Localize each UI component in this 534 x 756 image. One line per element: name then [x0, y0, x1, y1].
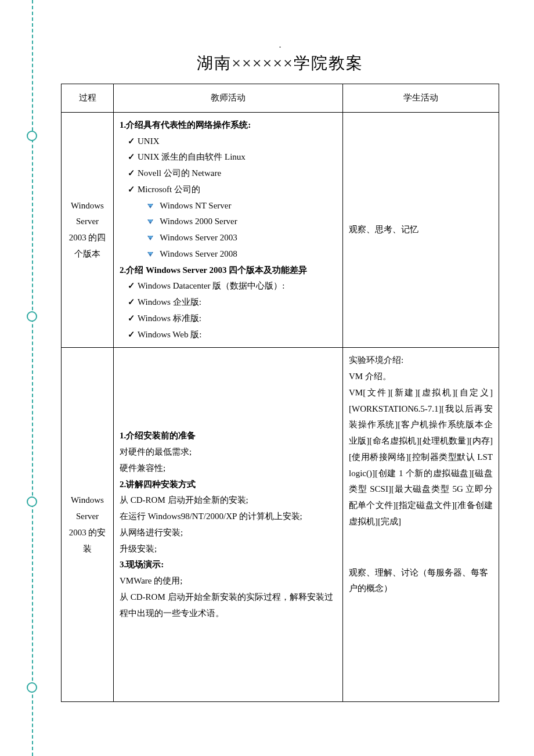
list-item: Windows Web 版:	[120, 327, 337, 343]
table-row: Windows Server 2003 的四个版本 1.介绍具有代表性的网络操作…	[62, 112, 499, 348]
section-heading: 2.介绍 Windows Server 2003 四个版本及功能差异	[120, 262, 337, 279]
teacher-activity-cell: 1.介绍安装前的准备 对硬件的最低需求; 硬件兼容性; 2.讲解四种安装方式 从…	[114, 348, 343, 702]
list-item: Windows Datacenter 版（数据中心版）:	[120, 278, 337, 294]
body-text: 对硬件的最低需求;	[120, 444, 337, 460]
arrow-down-icon	[147, 204, 153, 208]
teacher-activity-cell: 1.介绍具有代表性的网络操作系统: UNIX UNIX 派生的自由软件 Linu…	[114, 112, 343, 348]
body-text: 从 CD-ROM 启动开始全新的安装;	[120, 492, 337, 509]
body-text: 硬件兼容性;	[120, 460, 337, 477]
list-item: UNIX 派生的自由软件 Linux	[120, 149, 337, 165]
header-student: 学生活动	[343, 84, 499, 113]
arrow-down-icon	[147, 252, 153, 257]
sub-list-item: Windows NT Server	[120, 198, 337, 214]
binder-hole-icon	[27, 682, 37, 693]
arrow-down-icon	[147, 219, 153, 224]
body-text: VMWare 的使用;	[120, 573, 337, 589]
body-text: 在运行 Windows98/NT/2000/XP 的计算机上安装;	[120, 509, 337, 525]
student-text: 观察、理解、讨论（每服务器、每客户的概念）	[349, 565, 493, 597]
spacer	[349, 530, 493, 565]
sub-list-item: Windows Server 2008	[120, 246, 337, 262]
section-heading: 1.介绍具有代表性的网络操作系统:	[120, 117, 337, 134]
process-cell: Windows Server 2003 的安装	[62, 348, 114, 702]
sub-item-text: Windows NT Server	[160, 201, 231, 210]
header-teacher: 教师活动	[114, 84, 343, 113]
student-activity-cell: 实验环境介绍: VM 介绍。 VM[文件][新建][虚拟机][自定义][WORK…	[343, 348, 499, 702]
header-process: 过程	[62, 84, 114, 113]
binding-line	[32, 0, 34, 756]
binder-hole-icon	[27, 496, 37, 507]
list-item: UNIX	[120, 134, 337, 150]
list-item: Novell 公司的 Netware	[120, 165, 337, 182]
list-item: Windows 企业版:	[120, 294, 337, 311]
binder-hole-icon	[27, 311, 37, 322]
student-text: 观察、思考、记忆	[349, 222, 493, 238]
sub-list-item: Windows 2000 Server	[120, 214, 337, 230]
page-title: 湖南××××××学院教案	[61, 52, 499, 74]
lesson-plan-table: 过程 教师活动 学生活动 Windows Server 2003 的四个版本 1…	[61, 84, 499, 702]
sub-item-text: Windows 2000 Server	[160, 217, 237, 226]
section-heading: 2.讲解四种安装方式	[120, 477, 337, 493]
student-text: VM 介绍。	[349, 369, 493, 385]
section-heading: 3.现场演示:	[120, 557, 337, 573]
page-content: . 湖南××××××学院教案 过程 教师活动 学生活动 Windows Serv…	[61, 0, 499, 756]
student-text: 实验环境介绍:	[349, 352, 493, 369]
table-header-row: 过程 教师活动 学生活动	[62, 84, 499, 113]
list-item: Microsoft 公司的	[120, 182, 337, 198]
table-row: Windows Server 2003 的安装 1.介绍安装前的准备 对硬件的最…	[62, 348, 499, 702]
list-item: Windows 标准版:	[120, 311, 337, 327]
sub-item-text: Windows Server 2003	[160, 233, 237, 242]
sub-list-item: Windows Server 2003	[120, 230, 337, 246]
arrow-down-icon	[147, 236, 153, 240]
header-dot: .	[61, 41, 499, 50]
section-heading: 1.介绍安装前的准备	[120, 428, 337, 444]
sub-item-text: Windows Server 2008	[160, 249, 237, 258]
body-text: 从网络进行安装;	[120, 525, 337, 541]
body-text: 升级安装;	[120, 541, 337, 557]
process-cell: Windows Server 2003 的四个版本	[62, 112, 114, 348]
process-label: Windows Server 2003 的安装	[67, 492, 107, 557]
student-text: VM[文件][新建][虚拟机][自定义][WORKSTATION6.5-7.1]…	[349, 385, 493, 530]
process-label: Windows Server 2003 的四个版本	[67, 198, 107, 262]
student-activity-cell: 观察、思考、记忆	[343, 112, 499, 348]
binder-hole-icon	[27, 131, 37, 141]
body-text: 从 CD-ROM 启动开始全新安装的实际过程，解释安装过程中出现的一些专业术语。	[120, 589, 337, 622]
